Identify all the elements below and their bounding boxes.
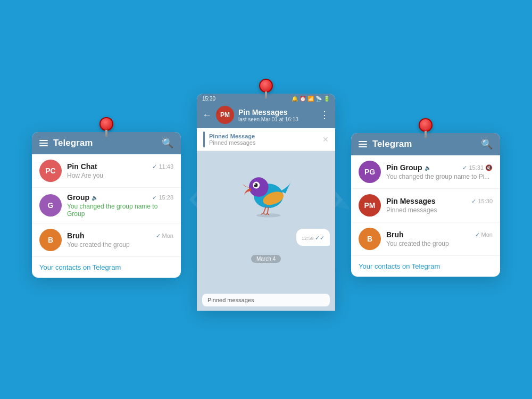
chat-name: Pin Group 🔈 — [386, 163, 431, 172]
chat-area: 12:59 ✓✓ March 4 Pinned messages — [197, 151, 335, 311]
chat-item-bruh-right[interactable]: B Bruh ✓ Mon You created the group — [351, 222, 500, 256]
avatar-pin-messages: PM — [359, 194, 381, 217]
chat-name: Pin Chat — [67, 162, 97, 171]
chat-preview: How Are you — [67, 172, 173, 179]
right-header-title: Telegram — [372, 139, 481, 149]
panel-left: Telegram 🔍 PC Pin Chat ✓ 11:43 How Are y… — [32, 132, 181, 278]
pinned-bar[interactable]: Pinned Message Pinned messages ✕ — [197, 128, 335, 151]
status-time: 15:30 — [202, 96, 215, 102]
chat-preview: You created the group — [67, 241, 173, 248]
clock-icon: ⏰ — [300, 96, 306, 102]
push-pin-left — [99, 117, 113, 137]
check-icon: ✓ — [152, 163, 157, 170]
right-chat-list: PG Pin Group 🔈 ✓ 15:31 🔇 You change — [351, 155, 500, 277]
chat-name-row: Pin Group 🔈 ✓ 15:31 🔇 — [386, 163, 493, 172]
pin-needle — [105, 130, 107, 137]
avatar-pin-chat: PC — [39, 160, 62, 182]
chat-name: Group 🔈 — [67, 193, 98, 202]
broadcast-icon: 🔈 — [92, 195, 98, 201]
check-icon: ✓ — [462, 164, 467, 171]
date-divider: March 4 — [202, 253, 330, 263]
push-pin-right — [419, 118, 433, 138]
pin-head — [99, 117, 113, 131]
chat-name-row: Pin Chat ✓ 11:43 — [67, 162, 173, 171]
check-icon: ✓ — [471, 198, 476, 205]
contact-info: Pin Messages last seen Mar 01 at 16:13 — [238, 108, 315, 122]
svg-point-5 — [254, 184, 256, 185]
more-options-button[interactable]: ⋮ — [320, 109, 330, 121]
chat-name: Bruh — [386, 230, 404, 239]
broadcast-icon: 🔈 — [425, 165, 431, 171]
chat-time: ✓ 15:30 — [471, 198, 493, 205]
chat-item-pin-messages[interactable]: PM Pin Messages ✓ 15:30 Pinned messages — [351, 189, 500, 222]
double-check: ✓✓ — [315, 235, 325, 241]
bird-sticker — [237, 162, 295, 220]
status-icons: 🔔 ⏰ 📶 📡 🔋 — [292, 96, 330, 102]
panel-middle: 15:30 🔔 ⏰ 📶 📡 🔋 ← PM Pin Messages last s… — [197, 94, 335, 311]
close-pinned-button[interactable]: ✕ — [322, 135, 329, 144]
push-pin-middle — [259, 79, 273, 99]
chat-item-pin-chat[interactable]: PC Pin Chat ✓ 11:43 How Are you — [32, 154, 181, 188]
hamburger-menu-right[interactable] — [359, 141, 367, 147]
chat-messages: 12:59 ✓✓ March 4 — [197, 151, 335, 294]
check-icon: ✓ — [156, 232, 161, 239]
bubble-time: 12:59 ✓✓ — [302, 235, 325, 242]
panels-container: Telegram 🔍 PC Pin Chat ✓ 11:43 How Are y… — [32, 88, 500, 311]
chat-info-bruh-right: Bruh ✓ Mon You created the group — [386, 230, 493, 247]
message-bubble: 12:59 ✓✓ — [296, 229, 330, 246]
pin-needle — [265, 92, 267, 99]
chat-preview: You changed the group name to Pi... — [386, 173, 493, 180]
pin-head — [259, 79, 273, 93]
muted-icon: 🔇 — [485, 164, 493, 171]
hamburger-menu-left[interactable] — [39, 140, 48, 146]
search-icon-right[interactable]: 🔍 — [481, 138, 493, 150]
contact-avatar: PM — [216, 106, 234, 124]
battery-icon: 🔋 — [323, 96, 330, 102]
signal-icon: 📶 — [307, 96, 314, 102]
wifi-icon: 📡 — [315, 96, 322, 102]
chat-time: ✓ Mon — [475, 231, 493, 238]
svg-point-6 — [256, 213, 281, 217]
pinned-bar-text: Pinned Message Pinned messages — [209, 133, 318, 146]
chat-name-row: Bruh ✓ Mon — [386, 230, 493, 239]
chat-info-group: Group 🔈 ✓ 15:28 You changed the group na… — [67, 193, 173, 218]
chat-name-row: Bruh ✓ Mon — [67, 231, 173, 240]
silent-icon: 🔔 — [292, 96, 298, 102]
chat-name-row: Group 🔈 ✓ 15:28 — [67, 193, 173, 202]
bird-sticker-area — [202, 156, 330, 226]
avatar-pin-group: PG — [359, 161, 381, 183]
chat-name: Bruh — [67, 231, 85, 240]
chat-time: ✓ 15:31 🔇 — [462, 164, 493, 171]
chat-preview: Pinned messages — [386, 206, 493, 214]
chat-preview: You changed the group name to Group — [67, 203, 173, 218]
chat-info-pin-messages: Pin Messages ✓ 15:30 Pinned messages — [386, 197, 493, 214]
search-icon-left[interactable]: 🔍 — [162, 137, 173, 149]
pinned-bar-accent — [203, 131, 205, 147]
chat-info-pin-group: Pin Group 🔈 ✓ 15:31 🔇 You changed the gr… — [386, 163, 493, 180]
chat-item-pin-group[interactable]: PG Pin Group 🔈 ✓ 15:31 🔇 You change — [351, 155, 500, 189]
check-icon: ✓ — [475, 231, 480, 238]
chat-item-bruh[interactable]: B Bruh ✓ Mon You created the group — [32, 223, 181, 257]
avatar-group: G — [39, 194, 62, 217]
bubble-wrap: 12:59 ✓✓ — [202, 229, 330, 246]
panel-right: Telegram 🔍 PG Pin Group 🔈 ✓ 15:31 — [351, 133, 500, 277]
avatar-bruh-right: B — [359, 228, 381, 250]
back-button[interactable]: ← — [202, 110, 212, 121]
mobile-nav: ← PM Pin Messages last seen Mar 01 at 16… — [197, 103, 335, 128]
pinned-content: Pinned messages — [209, 139, 318, 146]
chat-preview: You created the group — [386, 240, 493, 247]
contacts-link-left[interactable]: Your contacts on Telegram — [32, 257, 181, 278]
pinned-label: Pinned Message — [209, 133, 318, 139]
left-header-title: Telegram — [53, 138, 162, 148]
chat-time: ✓ 15:28 — [152, 194, 173, 201]
contact-last-seen: last seen Mar 01 at 16:13 — [238, 117, 315, 122]
bottom-pinned-popup[interactable]: Pinned messages — [202, 294, 330, 306]
pin-needle — [425, 131, 427, 138]
chat-info-pin-chat: Pin Chat ✓ 11:43 How Are you — [67, 162, 173, 179]
chat-name: Pin Messages — [386, 197, 436, 205]
chat-time: ✓ 11:43 — [152, 163, 173, 170]
chat-item-group[interactable]: G Group 🔈 ✓ 15:28 You changed the group … — [32, 188, 181, 223]
left-chat-list: PC Pin Chat ✓ 11:43 How Are you G — [32, 154, 181, 278]
pin-head — [419, 118, 433, 132]
contacts-link-right[interactable]: Your contacts on Telegram — [351, 256, 500, 277]
